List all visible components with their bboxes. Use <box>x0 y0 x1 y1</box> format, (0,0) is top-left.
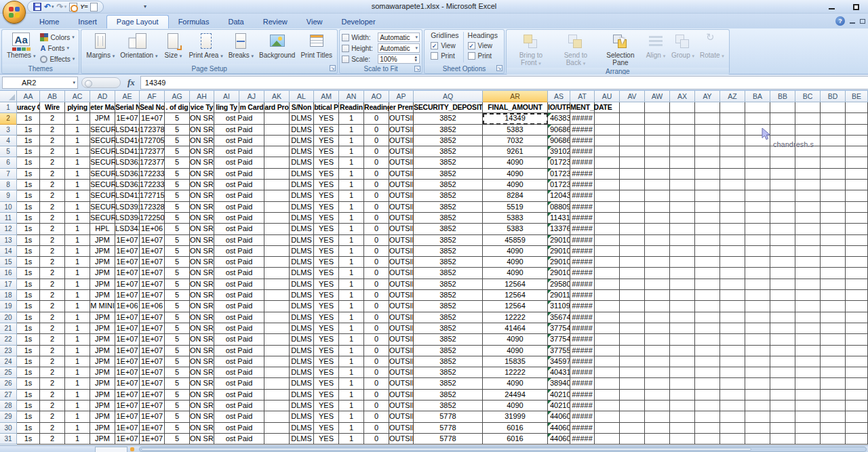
cell-BC22[interactable] <box>795 334 821 345</box>
cell-AD4[interactable]: SECURE <box>90 136 115 146</box>
cell-AG20[interactable]: 5 <box>165 312 190 323</box>
column-header-AP[interactable]: AP <box>389 91 414 102</box>
cell-BB2[interactable] <box>770 113 795 124</box>
cell-AR23[interactable]: 4090 <box>483 346 548 356</box>
cell-AD22[interactable]: JPM <box>90 334 115 345</box>
cell-AA4[interactable]: 1s <box>17 136 40 146</box>
cell-AL22[interactable]: DLMS <box>290 334 314 345</box>
cell-AI11[interactable]: ost Paid <box>214 213 264 224</box>
cell-AX28[interactable] <box>670 400 695 411</box>
cell-BA30[interactable] <box>745 423 770 434</box>
cell-AQ23[interactable]: 3852 <box>414 346 483 356</box>
cell-AH26[interactable]: ON SRE <box>190 378 214 389</box>
cell-BB21[interactable] <box>770 323 795 334</box>
cell-AG6[interactable]: 5 <box>165 157 190 168</box>
cell-AT6[interactable]: ##### <box>570 157 595 168</box>
cell-AO14[interactable]: 0 <box>364 246 389 257</box>
cell-AV23[interactable] <box>620 346 645 356</box>
cell-AZ6[interactable] <box>720 157 745 168</box>
cell-BB8[interactable] <box>770 180 795 190</box>
cell-AL20[interactable]: DLMS <box>290 312 314 323</box>
cell-BB10[interactable] <box>770 202 795 213</box>
cell-AC13[interactable]: 1 <box>65 235 90 246</box>
cell-BD20[interactable] <box>821 312 846 323</box>
cell-AP25[interactable]: OUTSIDI <box>389 367 414 378</box>
column-header-AO[interactable]: AO <box>364 91 389 102</box>
cell-AU18[interactable] <box>595 290 620 301</box>
cell-AW28[interactable] <box>645 400 670 411</box>
cell-AA22[interactable]: 1s <box>17 334 40 345</box>
cell-AY1[interactable] <box>695 102 720 113</box>
cell-AC14[interactable]: 1 <box>65 246 90 257</box>
cell-AM2[interactable]: YES <box>314 113 339 124</box>
cell-BD27[interactable] <box>821 390 846 400</box>
cell-AZ11[interactable] <box>720 213 745 224</box>
cell-AA21[interactable]: 1s <box>17 323 40 334</box>
cell-AE1[interactable]: Serial N <box>115 102 140 113</box>
cell-AV6[interactable] <box>620 157 645 168</box>
cell-AL19[interactable]: DLMS <box>290 301 314 312</box>
cell-AA17[interactable]: 1s <box>17 279 40 290</box>
row-header-19[interactable]: 19 <box>0 301 17 312</box>
cell-AU6[interactable] <box>595 157 620 168</box>
cell-AF9[interactable]: 172715 <box>140 190 165 201</box>
cell-AD24[interactable]: JPM <box>90 356 115 367</box>
cell-BA19[interactable] <box>745 301 770 312</box>
row-header-30[interactable]: 30 <box>0 423 17 434</box>
cell-AB15[interactable]: 2 <box>40 257 65 268</box>
cell-AQ29[interactable]: 5778 <box>414 411 483 422</box>
cell-AG17[interactable]: 5 <box>165 279 190 290</box>
cell-AU9[interactable] <box>595 190 620 201</box>
cell-AX31[interactable] <box>670 434 695 445</box>
cell-AQ30[interactable]: 5778 <box>414 423 483 434</box>
cell-AN13[interactable]: 1 <box>339 235 364 246</box>
cell-AZ10[interactable] <box>720 202 745 213</box>
cell-AM28[interactable]: YES <box>314 400 339 411</box>
cell-BD11[interactable] <box>821 213 846 224</box>
tab-home[interactable]: Home <box>30 16 68 28</box>
cell-BE30[interactable] <box>846 423 868 434</box>
cell-AA11[interactable]: 1s <box>17 213 40 224</box>
cell-AC3[interactable]: 1 <box>65 125 90 136</box>
cell-AI26[interactable]: ost Paid <box>214 378 264 389</box>
cell-AY18[interactable] <box>695 290 720 301</box>
cell-AA14[interactable]: 1s <box>17 246 40 257</box>
cell-AH25[interactable]: ON SRE <box>190 367 214 378</box>
cell-AX10[interactable] <box>670 202 695 213</box>
cell-BB17[interactable] <box>770 279 795 290</box>
cell-AD27[interactable]: JPM <box>90 390 115 400</box>
cell-AF15[interactable]: 1E+07 <box>140 257 165 268</box>
cell-AX6[interactable] <box>670 157 695 168</box>
cell-AG8[interactable]: 5 <box>165 180 190 190</box>
cell-BD4[interactable] <box>821 136 846 146</box>
cell-AN26[interactable]: 1 <box>339 378 364 389</box>
cell-AV5[interactable] <box>620 146 645 157</box>
fonts-button[interactable]: AFonts▾ <box>38 43 77 54</box>
cell-BD6[interactable] <box>821 157 846 168</box>
cell-AM6[interactable]: YES <box>314 157 339 168</box>
cell-BC24[interactable] <box>795 356 821 367</box>
cell-BE14[interactable] <box>846 246 868 257</box>
cell-AG2[interactable]: 5 <box>165 113 190 124</box>
cell-AA16[interactable]: 1s <box>17 268 40 279</box>
cell-BB24[interactable] <box>770 356 795 367</box>
column-header-AJ[interactable]: AJ <box>239 91 264 102</box>
cell-AD7[interactable]: SECURE <box>90 169 115 180</box>
column-header-BA[interactable]: BA <box>745 91 770 102</box>
cell-AP9[interactable]: OUTSIDI <box>389 190 414 201</box>
cell-AS23[interactable]: 377551 <box>548 346 570 356</box>
cell-AP11[interactable]: OUTSIDI <box>389 213 414 224</box>
cell-AN3[interactable]: 1 <box>339 125 364 136</box>
cell-AI6[interactable]: ost Paid <box>214 157 264 168</box>
cell-AP3[interactable]: OUTSIDI <box>389 125 414 136</box>
column-header-BC[interactable]: BC <box>795 91 821 102</box>
cell-AE27[interactable]: 1E+07 <box>115 390 140 400</box>
tab-view[interactable]: View <box>297 16 332 28</box>
cell-BC17[interactable] <box>795 279 821 290</box>
cell-AS12[interactable]: 133765 <box>548 224 570 234</box>
cell-AM12[interactable]: YES <box>314 224 339 234</box>
cell-AU7[interactable] <box>595 169 620 180</box>
cell-AY26[interactable] <box>695 378 720 389</box>
cell-AO9[interactable]: 0 <box>364 190 389 201</box>
cell-AZ2[interactable] <box>720 113 745 124</box>
